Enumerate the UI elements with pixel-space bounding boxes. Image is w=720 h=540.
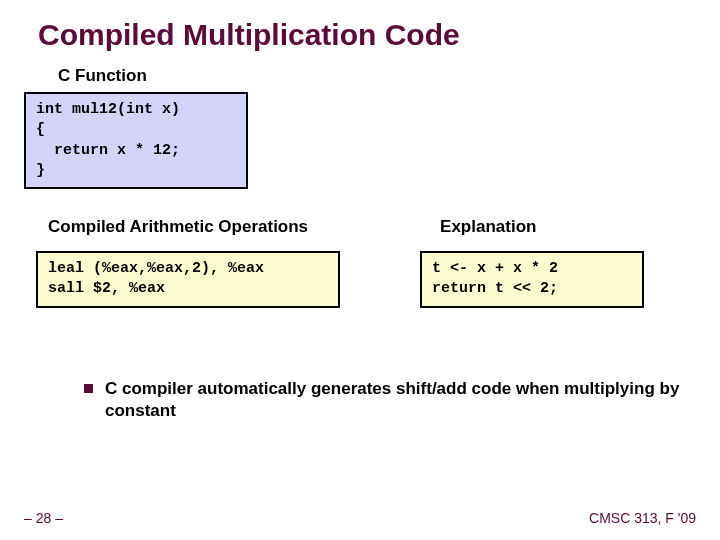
explanation-box: t <- x + x * 2 return t << 2; <box>420 251 644 308</box>
section-c-function: C Function <box>58 66 720 86</box>
bullet-text: C compiler automatically generates shift… <box>105 378 680 422</box>
section-compiled-ops: Compiled Arithmetic Operations <box>48 217 308 237</box>
footer-course: CMSC 313, F '09 <box>589 510 696 526</box>
asm-code-box: leal (%eax,%eax,2), %eax sall $2, %eax <box>36 251 340 308</box>
bullet-square-icon <box>84 384 93 393</box>
c-code-box: int mul12(int x) { return x * 12; } <box>24 92 248 189</box>
footer-page-number: – 28 – <box>24 510 63 526</box>
slide-title: Compiled Multiplication Code <box>38 18 720 52</box>
section-explanation: Explanation <box>440 217 536 237</box>
bullet-item: C compiler automatically generates shift… <box>84 378 680 422</box>
